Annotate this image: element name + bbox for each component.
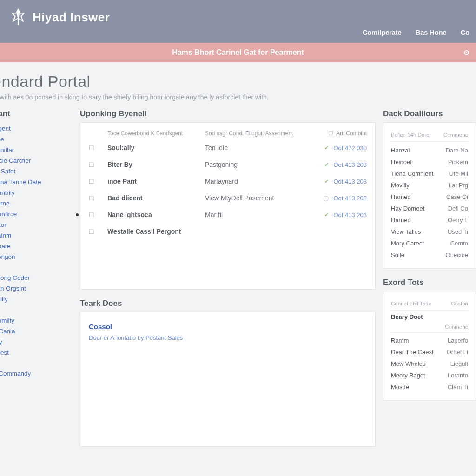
sidebar-item[interactable]: ry [0,379,73,390]
exord-bold: Beary Doet [391,313,468,320]
sidebar-item[interactable]: e Cania [0,326,73,337]
doc-icon: ☐ [89,195,94,202]
list-item[interactable]: HeinoetPickern [391,156,468,168]
teark-sub-link[interactable]: Dour er Anontatio by Postant Sales [89,334,183,341]
sidebar-item[interactable]: Ogent [0,123,73,134]
event-row[interactable]: ☐Nane IghtsocaMar fil✔Oot 413 203 [80,206,375,223]
teark-panel: Cossol Dour er Anontatio by Postant Sale… [80,312,376,447]
list-item[interactable]: HarnedOerry F [391,214,468,226]
sidebar-item[interactable]: Cantrily [0,187,73,198]
sidebar-item[interactable]: d [0,390,73,400]
sidebar-item[interactable]: artor [0,219,73,230]
dack-head-l: Pollen 14h Dore [391,132,429,138]
event-row[interactable]: ☐Westalle Cassil Pergont [80,223,375,240]
event-row[interactable]: ☐inoe PantMartaynard✔Oot 413 203 [80,173,375,190]
sidebar-item[interactable]: anilly [0,294,73,304]
sidebar-item[interactable]: erle [0,134,73,145]
event-name: Biter By [107,161,205,168]
event-row[interactable]: ☐Biter ByPastgoning✔Oot 413 203 [80,156,375,173]
event-date-link[interactable]: ◯Oot 413 203 [313,195,367,202]
dack-section: Dack Doalilours Pollen 14h Dore Commene … [383,109,476,269]
event-desc: View MtyDell Posernent [205,194,313,202]
doc-icon: ☐ [89,178,94,185]
nav-item-2[interactable]: Bas Hone [416,29,447,36]
event-row[interactable]: ☐Bad dlicentView MtyDell Posernent◯Oot 4… [80,190,375,206]
events-table-head: Toce Cowerbond K Bandsgent Sod usgr Cond… [80,123,375,139]
sidebar-group-2: anorig Codernen OrgsintanillynComiltye C… [0,272,73,358]
doc-icon: ☐ [89,161,94,168]
list-item[interactable]: Mew WhnlesLiegult [391,358,468,370]
sidebar-item[interactable]: enniflar [0,145,73,155]
events-head-3[interactable]: ☐Arti Combint [313,130,367,137]
dack-title: Dack Doalilours [383,109,476,119]
events-section: Uponking Byenell Toce Cowerbond K Bandsg… [80,109,376,290]
sidebar-item[interactable]: agest [0,347,73,358]
exord-title: Exord Tots [383,278,476,287]
list-item[interactable]: MovillyLat Prg [391,179,468,191]
sidebar-item[interactable]: Coare [0,241,73,251]
list-item[interactable]: Dear The CaestOrhet Li [391,346,468,358]
dack-panel: Pollen 14h Dore Commene HanzalDare NaHei… [383,122,476,269]
event-desc: Martaynard [205,178,313,185]
event-date-link[interactable]: ✔Oot 413 203 [313,212,367,218]
sidebar-item[interactable]: onna Tanne Date [0,177,73,187]
event-date-link[interactable]: ✔Oot 413 203 [313,161,367,168]
page-subtitle: rk with aes 0o poosed in sking to sary t… [0,93,476,101]
events-head-1: Toce Cowerbond K Bandsgent [107,130,205,137]
list-item[interactable]: HanzalDare Na [391,145,468,156]
nav-item-3[interactable]: Co [461,29,469,36]
sidebar-item[interactable]: nen Orgsint [0,283,73,294]
brand-name: Hiyad Inswer [33,10,110,25]
dack-head-r: Commene [443,132,468,138]
sidebar-item[interactable]: anorig Coder [0,272,73,283]
doc-icon: ☐ [89,228,94,235]
event-desc: Pastgoning [205,161,313,168]
alert-text: Hams Bhort Carinel Gat for Pearment [172,48,304,56]
event-name: Bad dlicent [107,194,205,202]
sidebar-item[interactable]: ory [0,337,73,347]
event-name: Soul:ally [107,144,205,152]
list-item[interactable]: Hay DomeetDefl Co [391,203,468,214]
sidebar-item[interactable]: borne [0,198,73,209]
event-date-link[interactable]: ✔Oot 472 030 [313,145,367,152]
sidebar-item[interactable]: Aprigon [0,251,73,262]
events-panel: Toce Cowerbond K Bandsgent Sod usgr Cond… [80,122,376,290]
event-date-link[interactable]: ✔Oot 413 203 [313,178,367,185]
page-heading: endard Portal rk with aes 0o poosed in s… [0,62,476,109]
sidebar-heading: bant [0,109,73,119]
list-item[interactable]: Meory BagetLoranto [391,370,468,381]
nav-item-1[interactable]: Comilperate [363,29,402,36]
sidebar-item[interactable]: Confirce [0,209,73,219]
sidebar-item[interactable]: ercle Carcfier [0,155,73,166]
alert-banner: Hams Bhort Carinel Gat for Pearment ⊙ [0,43,476,62]
event-row[interactable]: ☐Soul:allyTen Idle✔Oot 472 030 [80,139,375,156]
sidebar-item[interactable]: Sainm [0,230,73,241]
list-item[interactable]: View TallesUsed Ti [391,226,468,238]
list-item[interactable]: MosdeClam Ti [391,381,468,393]
event-name: Nane Ightsoca [107,211,205,218]
event-name: Westalle Cassil Pergont [107,228,205,235]
events-title: Uponking Byenell [80,109,376,119]
exord-sub: Conmene [391,324,468,333]
event-desc: Ten Idle [205,144,313,152]
alert-close-icon[interactable]: ⊙ [463,48,469,57]
list-item[interactable]: SolleOuecibe [391,249,468,261]
sidebar-item[interactable]: n [0,304,73,315]
list-item[interactable]: RammLaperfo [391,335,468,346]
events-head-2: Sod usgr Cond. Ellugut. Assenment [205,130,313,137]
list-item[interactable]: Mory CarectCemto [391,238,468,249]
brand[interactable]: Hiyad Inswer [0,8,476,26]
teark-main-link[interactable]: Cossol [89,323,367,331]
list-item[interactable]: HarnedCase Oi [391,191,468,203]
sidebar-group-1: Ogenterleenniflarercle Carcfierer Safeto… [0,123,73,262]
sidebar-item[interactable]: o Commandy [0,368,73,379]
list-item[interactable]: Tiena ComnientOfe Mil [391,168,468,179]
page-title: endard Portal [0,73,476,91]
sidebar-item[interactable]: Comilty [0,315,73,326]
teark-section: Teark Does Cossol Dour er Anontatio by P… [80,299,376,447]
sidebar-item[interactable]: er Safet [0,166,73,177]
teark-title: Teark Does [80,299,376,308]
doc-icon: ☐ [89,145,94,152]
event-name: inoe Pant [107,178,205,185]
top-header: Hiyad Inswer Comilperate Bas Hone Co [0,0,476,43]
